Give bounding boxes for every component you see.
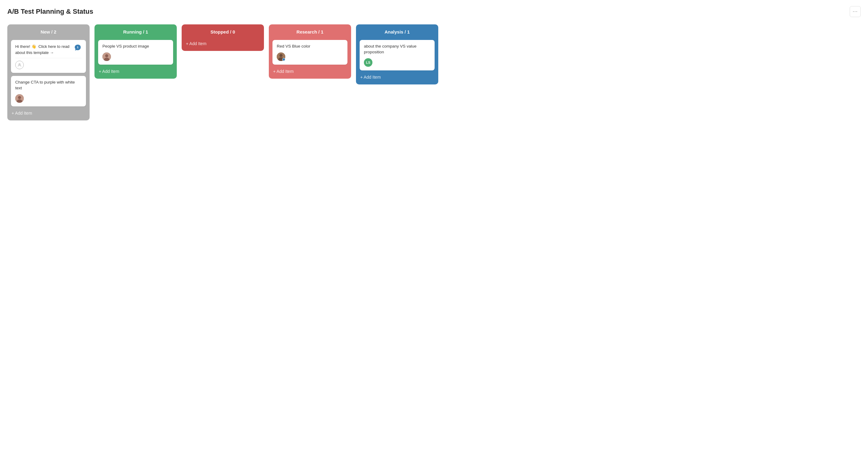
svg-point-6 — [105, 54, 108, 57]
avatar-placeholder — [15, 61, 24, 69]
welcome-text: Hi there! 👋 Click here to read about thi… — [15, 43, 71, 56]
kanban-board: New / 2 Hi there! 👋 Click here to read a… — [7, 24, 861, 120]
column-research-header: Research / 1 — [273, 28, 347, 37]
card-people-vs-product[interactable]: People VS product image — [98, 40, 173, 65]
card-cta-title: Change CTA to purple with white text — [15, 80, 82, 91]
avatar-photo-cta — [15, 94, 24, 103]
svg-text:1: 1 — [77, 46, 79, 49]
svg-point-1 — [19, 63, 21, 65]
svg-point-3 — [18, 96, 21, 99]
card-red-vs-blue-title: Red VS Blue color — [277, 43, 343, 50]
more-options-button[interactable]: ··· — [850, 6, 861, 17]
avatar-initials-ls: LS — [364, 58, 372, 67]
column-stopped: Stopped / 0 + Add Item — [182, 24, 264, 51]
online-indicator — [282, 58, 285, 61]
card-red-vs-blue[interactable]: Red VS Blue color — [273, 40, 347, 65]
svg-point-9 — [279, 54, 282, 57]
add-item-research[interactable]: + Add Item — [273, 68, 347, 75]
column-analysis: Analysis / 1 about the company VS value … — [356, 24, 438, 85]
page-title: A/B Test Planning & Status — [7, 8, 93, 16]
column-new: New / 2 Hi there! 👋 Click here to read a… — [7, 24, 90, 120]
add-item-running[interactable]: + Add Item — [98, 68, 173, 75]
add-item-stopped[interactable]: + Add Item — [185, 40, 260, 47]
chat-notification-icon: 1 — [74, 43, 82, 53]
card-company-value[interactable]: about the company VS value proposition L… — [360, 40, 435, 70]
card-people-vs-product-title: People VS product image — [102, 43, 169, 50]
column-running: Running / 1 People VS product image + Ad… — [94, 24, 177, 79]
page-header: A/B Test Planning & Status ··· — [7, 6, 861, 17]
avatar-with-indicator — [277, 53, 285, 61]
column-research: Research / 1 Red VS Blue color + Add Ite… — [269, 24, 351, 79]
column-analysis-header: Analysis / 1 — [360, 28, 435, 37]
add-item-analysis[interactable]: + Add Item — [360, 73, 435, 81]
column-running-header: Running / 1 — [98, 28, 173, 37]
column-new-header: New / 2 — [11, 28, 86, 37]
card-company-value-title: about the company VS value proposition — [364, 43, 430, 55]
avatar-photo-running — [102, 53, 111, 61]
card-welcome[interactable]: Hi there! 👋 Click here to read about thi… — [11, 40, 86, 73]
column-stopped-header: Stopped / 0 — [185, 28, 260, 37]
card-cta[interactable]: Change CTA to purple with white text — [11, 76, 86, 107]
add-item-new[interactable]: + Add Item — [11, 110, 86, 117]
